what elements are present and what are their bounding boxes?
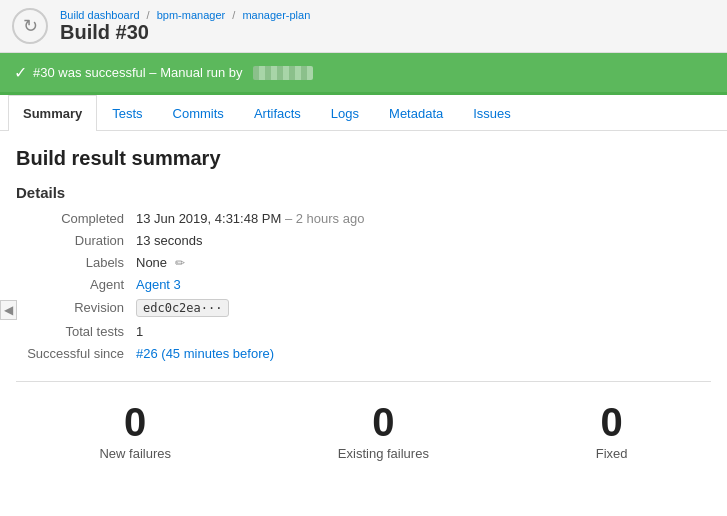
detail-label-completed: Completed <box>26 211 136 226</box>
detail-row-revision: Revision edc0c2ea··· <box>26 299 711 317</box>
detail-label-total-tests: Total tests <box>26 324 136 339</box>
stat-new-failures: 0 New failures <box>99 402 171 461</box>
details-table: Completed 13 Jun 2019, 4:31:48 PM – 2 ho… <box>26 211 711 361</box>
detail-value-revision: edc0c2ea··· <box>136 299 229 317</box>
tab-summary[interactable]: Summary <box>8 95 97 131</box>
header-text: Build dashboard / bpm-manager / manager-… <box>60 9 310 44</box>
detail-row-total-tests: Total tests 1 <box>26 324 711 339</box>
edit-labels-icon[interactable]: ✏ <box>175 256 185 270</box>
detail-row-agent: Agent Agent 3 <box>26 277 711 292</box>
breadcrumb-manager-plan[interactable]: manager-plan <box>242 9 310 21</box>
stat-new-failures-label: New failures <box>99 446 171 461</box>
detail-label-revision: Revision <box>26 300 136 315</box>
breadcrumb-sep-2: / <box>232 9 238 21</box>
main-content: Build result summary Details Completed 1… <box>0 131 727 489</box>
tab-logs[interactable]: Logs <box>316 95 374 131</box>
detail-row-labels: Labels None ✏ <box>26 255 711 270</box>
tab-tests[interactable]: Tests <box>97 95 157 131</box>
stat-new-failures-number: 0 <box>124 402 146 442</box>
revision-badge[interactable]: edc0c2ea··· <box>136 299 229 317</box>
detail-label-agent: Agent <box>26 277 136 292</box>
banner-message: #30 was successful – Manual run by <box>33 65 243 80</box>
breadcrumb-bpm-manager[interactable]: bpm-manager <box>157 9 225 21</box>
success-banner: ✓ #30 was successful – Manual run by <box>0 53 727 95</box>
tab-metadata[interactable]: Metadata <box>374 95 458 131</box>
completed-time: 13 Jun 2019, 4:31:48 PM <box>136 211 281 226</box>
tab-commits[interactable]: Commits <box>158 95 239 131</box>
user-avatar <box>253 66 313 80</box>
breadcrumb: Build dashboard / bpm-manager / manager-… <box>60 9 310 21</box>
tab-artifacts[interactable]: Artifacts <box>239 95 316 131</box>
build-title: Build #30 <box>60 21 310 44</box>
breadcrumb-sep-1: / <box>147 9 153 21</box>
stat-existing-failures-number: 0 <box>372 402 394 442</box>
detail-label-successful-since: Successful since <box>26 346 136 361</box>
stat-existing-failures: 0 Existing failures <box>338 402 429 461</box>
detail-row-successful-since: Successful since #26 (45 minutes before) <box>26 346 711 361</box>
labels-value: None <box>136 255 167 270</box>
detail-value-total-tests: 1 <box>136 324 143 339</box>
success-check-icon: ✓ <box>14 63 27 82</box>
stat-fixed-number: 0 <box>601 402 623 442</box>
detail-label-labels: Labels <box>26 255 136 270</box>
breadcrumb-build-dashboard[interactable]: Build dashboard <box>60 9 140 21</box>
tab-bar: Summary Tests Commits Artifacts Logs Met… <box>0 95 727 131</box>
logo-icon: ↻ <box>12 8 48 44</box>
detail-value-completed: 13 Jun 2019, 4:31:48 PM – 2 hours ago <box>136 211 364 226</box>
agent-link[interactable]: Agent 3 <box>136 277 181 292</box>
detail-row-duration: Duration 13 seconds <box>26 233 711 248</box>
detail-label-duration: Duration <box>26 233 136 248</box>
stat-fixed-label: Fixed <box>596 446 628 461</box>
collapse-arrow-icon[interactable]: ◀ <box>0 300 17 320</box>
stats-row: 0 New failures 0 Existing failures 0 Fix… <box>16 402 711 473</box>
stat-existing-failures-label: Existing failures <box>338 446 429 461</box>
detail-value-agent: Agent 3 <box>136 277 181 292</box>
detail-value-duration: 13 seconds <box>136 233 203 248</box>
stat-fixed: 0 Fixed <box>596 402 628 461</box>
time-ago: – 2 hours ago <box>285 211 365 226</box>
main-content-wrapper: ◀ Build result summary Details Completed… <box>0 131 727 489</box>
detail-row-completed: Completed 13 Jun 2019, 4:31:48 PM – 2 ho… <box>26 211 711 226</box>
detail-value-successful-since: #26 (45 minutes before) <box>136 346 274 361</box>
detail-value-labels: None ✏ <box>136 255 185 270</box>
page-header: ↻ Build dashboard / bpm-manager / manage… <box>0 0 727 53</box>
successful-since-link[interactable]: #26 (45 minutes before) <box>136 346 274 361</box>
tab-issues[interactable]: Issues <box>458 95 526 131</box>
page-title: Build result summary <box>16 147 711 170</box>
details-section-title: Details <box>16 184 711 201</box>
stats-divider <box>16 381 711 382</box>
